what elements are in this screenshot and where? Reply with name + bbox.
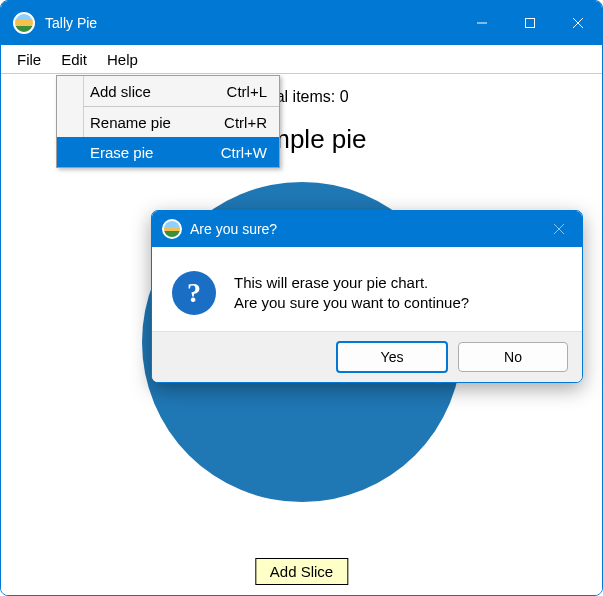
dialog-message: This will erase your pie chart. Are you …: [234, 271, 469, 315]
menu-item-label: Erase pie: [84, 144, 221, 161]
dialog-button-row: Yes No: [152, 331, 582, 382]
close-icon: [553, 223, 565, 235]
dialog-message-line2: Are you sure you want to continue?: [234, 293, 469, 313]
minimize-button[interactable]: [458, 1, 506, 45]
dialog-title: Are you sure?: [190, 221, 277, 237]
app-window: Tally Pie File Edit Help Total items: 0 …: [0, 0, 603, 596]
menu-icon-col: [57, 107, 84, 137]
menu-item-add-slice[interactable]: Add slice Ctrl+L: [57, 76, 279, 106]
menu-item-erase-pie[interactable]: Erase pie Ctrl+W: [57, 137, 279, 167]
add-slice-button[interactable]: Add Slice: [255, 558, 348, 585]
menu-item-label: Add slice: [84, 83, 227, 100]
menu-item-rename-pie[interactable]: Rename pie Ctrl+R: [57, 107, 279, 137]
close-button[interactable]: [554, 1, 602, 45]
maximize-button[interactable]: [506, 1, 554, 45]
menu-file[interactable]: File: [7, 48, 51, 71]
dialog-message-line1: This will erase your pie chart.: [234, 273, 469, 293]
menu-item-shortcut: Ctrl+L: [227, 83, 279, 100]
app-icon: [13, 12, 35, 34]
menu-icon-col: [57, 76, 84, 106]
question-icon: ?: [172, 271, 216, 315]
menu-item-shortcut: Ctrl+W: [221, 144, 279, 161]
edit-menu-dropdown: Add slice Ctrl+L Rename pie Ctrl+R Erase…: [56, 75, 280, 168]
app-icon: [162, 219, 182, 239]
dialog-body: ? This will erase your pie chart. Are yo…: [152, 247, 582, 331]
menu-item-shortcut: Ctrl+R: [224, 114, 279, 131]
yes-button[interactable]: Yes: [336, 341, 448, 373]
app-title: Tally Pie: [45, 15, 97, 31]
no-button[interactable]: No: [458, 342, 568, 372]
menu-icon-col: [57, 137, 84, 167]
dialog-titlebar: Are you sure?: [152, 211, 582, 247]
minimize-icon: [476, 17, 488, 29]
titlebar: Tally Pie: [1, 1, 602, 45]
menu-help[interactable]: Help: [97, 48, 148, 71]
maximize-icon: [524, 17, 536, 29]
confirm-dialog: Are you sure? ? This will erase your pie…: [151, 210, 583, 383]
svg-rect-1: [526, 19, 535, 28]
dialog-close-button[interactable]: [536, 211, 582, 247]
menubar: File Edit Help: [1, 45, 602, 74]
close-icon: [572, 17, 584, 29]
menu-item-label: Rename pie: [84, 114, 224, 131]
window-controls: [458, 1, 602, 45]
menu-edit[interactable]: Edit: [51, 48, 97, 71]
